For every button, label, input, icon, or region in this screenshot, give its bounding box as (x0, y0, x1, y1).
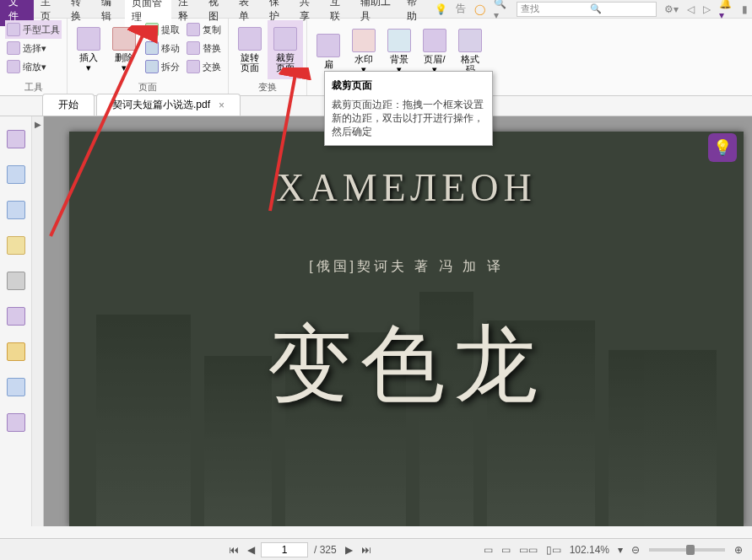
pdf-page: ХАМЕЛЕОН [俄国]契诃夫 著 冯 加 译 变色龙 (69, 132, 744, 526)
copy-button[interactable]: 复制 (185, 20, 223, 39)
delete-page-button[interactable]: 删除▾ (106, 20, 142, 79)
tooltip-title: 裁剪页面 (332, 78, 485, 93)
ribbon-group-transform: 旋转 页面 裁剪 页面 变换 (229, 19, 307, 95)
settings-icon[interactable]: ⚙▾ (660, 3, 683, 15)
zoom-out-icon[interactable]: ⊖ (627, 544, 644, 556)
search-toolbar-icon[interactable]: 🔍▾ (490, 0, 512, 21)
panel-expand-handle[interactable]: ▶ (32, 116, 44, 526)
layout-continuous-icon[interactable]: ▭ (497, 544, 515, 556)
tell-me-icon[interactable]: 💡 (430, 3, 452, 15)
search-placeholder: 查找 (517, 3, 587, 15)
star-icon[interactable]: ◯ (470, 3, 490, 15)
tab-document-label: 契诃夫短篇小说选.pdf (112, 98, 210, 112)
split-button[interactable]: 拆分 (143, 57, 181, 76)
nav-next-icon[interactable]: ▷ (699, 3, 715, 15)
first-page-icon[interactable]: ⏮ (225, 544, 243, 556)
zoom-slider[interactable] (649, 548, 725, 552)
layout-facing-icon[interactable]: ▭▭ (515, 544, 542, 556)
zoom-label: 102.14% (565, 544, 614, 556)
zoom-dropdown-icon[interactable]: ▾ (614, 544, 627, 556)
rotate-page-button[interactable]: 旋转 页面 (232, 20, 268, 79)
nav-prev-icon[interactable]: ◁ (683, 3, 699, 15)
crop-page-button[interactable]: 裁剪 页面 (268, 20, 303, 79)
fields-icon[interactable] (7, 378, 25, 396)
side-toolbar (0, 116, 32, 526)
extract-button[interactable]: 提取 (143, 20, 181, 39)
tooltip-body: 裁剪页面边距：拖拽一个框来设置新的边距，双击以打开进行操作，然后确定 (332, 98, 485, 138)
crop-tooltip: 裁剪页面 裁剪页面边距：拖拽一个框来设置新的边距，双击以打开进行操作，然后确定 (324, 71, 493, 146)
ribbon-group-transform-label: 变换 (232, 79, 303, 94)
attachments-icon[interactable] (7, 272, 25, 290)
search-icon[interactable]: 🔍 (587, 3, 656, 14)
links-icon[interactable] (7, 307, 25, 326)
window-min-icon[interactable]: ▮ (738, 3, 752, 15)
hint-bulb-icon[interactable]: 💡 (708, 133, 737, 162)
ribbon-group-page-label: 页面 (71, 79, 225, 94)
next-page-icon[interactable]: ▶ (341, 544, 357, 556)
tab-document[interactable]: 契诃夫短篇小说选.pdf × (96, 94, 241, 116)
hand-tool[interactable]: 手型工具 (5, 20, 62, 39)
status-bar: ⏮ ◀ 1 / 325 ▶ ⏭ ▭ ▭ ▭▭ ▯▭ 102.14% ▾ ⊖ ⊕ (0, 538, 752, 560)
zoom-in-icon[interactable]: ⊕ (730, 544, 747, 556)
search-box[interactable]: 查找 🔍 (517, 2, 657, 17)
layout-cover-icon[interactable]: ▯▭ (542, 544, 565, 556)
menu-bar: 文件 主页 转换 编辑 页面管理 注释 视图 表单 保护 共享 互联 辅助工具 … (0, 0, 752, 19)
ribbon-group-page: 插入▾ 删除▾ 提取 移动 拆分 复制 替换 交换 页面 (68, 19, 229, 95)
workspace: ▶ ХАМЕЛЕОН [俄国]契诃夫 著 冯 加 译 变色龙 💡 (0, 116, 752, 526)
select-tool[interactable]: 选择 ▾ (5, 39, 62, 57)
security-icon[interactable] (7, 342, 25, 361)
document-view[interactable]: ХАМЕЛЕОН [俄国]契诃夫 著 冯 加 译 变色龙 💡 (44, 116, 752, 526)
prev-page-icon[interactable]: ◀ (243, 544, 259, 556)
tab-close-icon[interactable]: × (219, 100, 225, 111)
cover-title: 变色龙 (69, 309, 744, 423)
signature-icon[interactable] (7, 413, 25, 432)
bell-icon[interactable]: 🔔▾ (715, 0, 738, 21)
zoom-slider-thumb[interactable] (686, 545, 695, 555)
zoom-tool[interactable]: 缩放 ▾ (5, 57, 62, 76)
page-number-input[interactable]: 1 (261, 542, 308, 557)
bookmarks-icon[interactable] (7, 165, 25, 184)
comments-icon[interactable] (7, 236, 25, 255)
cover-latin-title: ХАМЕЛЕОН (69, 165, 744, 210)
layout-single-icon[interactable]: ▭ (479, 544, 497, 556)
replace-button[interactable]: 替换 (185, 39, 223, 57)
pages-panel-icon[interactable] (7, 130, 25, 148)
swap-button[interactable]: 交换 (185, 57, 223, 76)
ribbon-group-tools-label: 工具 (3, 79, 63, 94)
ribbon-group-tools: 手型工具 选择 ▾ 缩放 ▾ 工具 (0, 19, 68, 95)
tab-start[interactable]: 开始 (42, 94, 95, 116)
insert-page-button[interactable]: 插入▾ (71, 20, 106, 79)
cover-author: [俄国]契诃夫 著 冯 加 译 (69, 258, 744, 276)
last-page-icon[interactable]: ⏭ (357, 544, 376, 556)
move-button[interactable]: 移动 (143, 39, 181, 57)
tell-me-label: 告 (452, 2, 470, 16)
page-total: / 325 (310, 544, 341, 556)
layers-icon[interactable] (7, 201, 25, 219)
